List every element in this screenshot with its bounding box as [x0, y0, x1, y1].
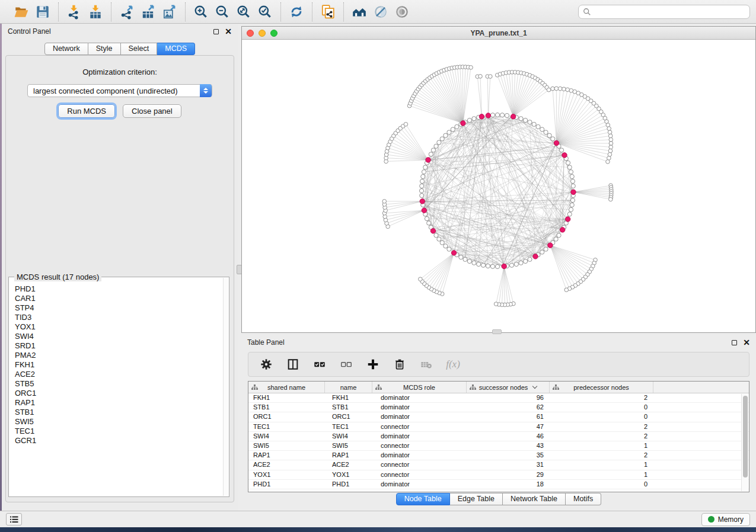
ring-node[interactable]: [421, 174, 425, 178]
mcds-result-item[interactable]: SRD1: [15, 341, 229, 351]
ring-node[interactable]: [459, 255, 463, 259]
cell-successor-nodes[interactable]: 62: [467, 403, 550, 412]
cell-MCDS-role[interactable]: connector: [372, 441, 467, 450]
table-mode-gear-icon[interactable]: [259, 357, 273, 371]
leaf-node[interactable]: [608, 152, 612, 156]
cell-MCDS-role[interactable]: dominator: [372, 403, 467, 412]
table-row[interactable]: ACE2ACE2connector311: [248, 460, 749, 470]
cell-MCDS-role[interactable]: connector: [372, 460, 467, 469]
ring-node[interactable]: [495, 264, 499, 268]
cell-MCDS-role[interactable]: dominator: [372, 432, 467, 441]
cell-successor-nodes[interactable]: 29: [467, 470, 550, 479]
cell-name[interactable]: FKH1: [325, 393, 372, 402]
ring-node[interactable]: [431, 148, 435, 152]
leaf-node[interactable]: [607, 127, 611, 131]
cell-shared-name[interactable]: ORC1: [248, 412, 325, 421]
cell-predecessor-nodes[interactable]: 1: [550, 470, 653, 479]
ring-node[interactable]: [570, 198, 575, 202]
ring-node[interactable]: [420, 179, 424, 183]
leaf-node[interactable]: [609, 145, 613, 149]
ring-node[interactable]: [509, 263, 513, 267]
ring-node[interactable]: [519, 261, 523, 265]
dominator-node[interactable]: [560, 227, 565, 232]
mcds-result-list[interactable]: PHD1CAR1STP4TID3YOX1SWI4SRD1PMA2FKH1ACE2…: [9, 277, 229, 446]
ring-node[interactable]: [566, 161, 570, 165]
leaf-node[interactable]: [566, 88, 570, 92]
column-header-MCDS-role[interactable]: MCDS role: [372, 382, 467, 393]
cell-shared-name[interactable]: SWI5: [248, 441, 325, 450]
show-columns-icon[interactable]: [286, 357, 300, 371]
leaf-node[interactable]: [606, 160, 610, 164]
ring-node[interactable]: [440, 137, 444, 141]
cell-name[interactable]: ORC1: [325, 412, 372, 421]
ring-node[interactable]: [451, 127, 455, 132]
dominator-node[interactable]: [554, 140, 559, 145]
dominator-node[interactable]: [502, 264, 506, 268]
zoom-out-icon[interactable]: [213, 4, 231, 20]
open-file-icon[interactable]: [12, 4, 30, 20]
cell-name[interactable]: STB1: [325, 403, 372, 412]
cell-name[interactable]: SWI5: [325, 441, 372, 450]
first-neighbors-icon[interactable]: [350, 4, 368, 20]
ring-node[interactable]: [540, 250, 544, 254]
cell-MCDS-role[interactable]: connector: [372, 470, 467, 479]
leaf-node[interactable]: [479, 75, 483, 79]
leaf-node[interactable]: [608, 134, 613, 138]
cell-successor-nodes[interactable]: 31: [467, 460, 550, 469]
mcds-result-item[interactable]: STB5: [15, 379, 229, 389]
leaf-node[interactable]: [609, 137, 613, 142]
ring-node[interactable]: [547, 133, 551, 137]
cell-shared-name[interactable]: ACE2: [248, 460, 325, 469]
ring-node[interactable]: [447, 247, 451, 251]
mcds-result-item[interactable]: RAP1: [15, 398, 229, 408]
leaf-node[interactable]: [547, 88, 551, 92]
ring-node[interactable]: [551, 137, 555, 141]
ring-node[interactable]: [481, 263, 485, 267]
dominator-node[interactable]: [430, 229, 435, 233]
ring-node[interactable]: [447, 130, 451, 134]
table-row[interactable]: PHD1PHD1dominator180: [248, 480, 749, 489]
cell-predecessor-nodes[interactable]: 0: [550, 412, 653, 421]
cell-shared-name[interactable]: YOX1: [248, 470, 325, 479]
cell-successor-nodes[interactable]: 46: [467, 432, 550, 441]
leaf-node[interactable]: [382, 200, 387, 204]
mcds-result-item[interactable]: SWI4: [15, 332, 229, 341]
ring-node[interactable]: [528, 120, 532, 124]
ring-node[interactable]: [544, 247, 548, 251]
leaf-node[interactable]: [608, 130, 612, 134]
leaf-node[interactable]: [608, 149, 613, 153]
cell-successor-nodes[interactable]: 35: [467, 451, 550, 460]
close-panel-button[interactable]: Close panel: [123, 104, 181, 118]
ring-node[interactable]: [570, 179, 575, 183]
leaf-node[interactable]: [609, 197, 613, 201]
ring-node[interactable]: [423, 165, 428, 169]
leaf-node[interactable]: [562, 87, 566, 91]
zoom-in-icon[interactable]: [192, 4, 210, 20]
table-row[interactable]: RAP1RAP1dominator352: [248, 451, 749, 460]
table-tab-edge-table[interactable]: Edge Table: [450, 493, 503, 505]
ring-node[interactable]: [444, 133, 448, 137]
ring-node[interactable]: [567, 165, 572, 169]
ring-node[interactable]: [422, 170, 426, 174]
table-row[interactable]: TEC1TEC1connector472: [248, 422, 749, 432]
cell-name[interactable]: SWI4: [325, 432, 372, 441]
show-all-icon[interactable]: [393, 4, 411, 20]
dominator-node[interactable]: [451, 251, 456, 255]
ring-node[interactable]: [420, 193, 424, 197]
ring-node[interactable]: [455, 124, 459, 129]
tab-mcds[interactable]: MCDS: [157, 43, 195, 55]
ring-node[interactable]: [440, 241, 444, 245]
dominator-node[interactable]: [486, 113, 490, 118]
ring-node[interactable]: [559, 148, 563, 152]
export-image-icon[interactable]: [161, 4, 178, 20]
ring-node[interactable]: [429, 152, 433, 156]
import-network-icon[interactable]: [65, 4, 83, 20]
cell-name[interactable]: PHD1: [325, 480, 372, 489]
cell-shared-name[interactable]: SWI4: [248, 432, 325, 441]
table-tab-node-table[interactable]: Node Table: [396, 493, 450, 505]
dominator-node[interactable]: [533, 254, 538, 259]
create-column-icon[interactable]: [366, 357, 380, 371]
ring-node[interactable]: [570, 203, 574, 207]
ring-node[interactable]: [425, 217, 429, 221]
ring-node[interactable]: [571, 184, 575, 188]
